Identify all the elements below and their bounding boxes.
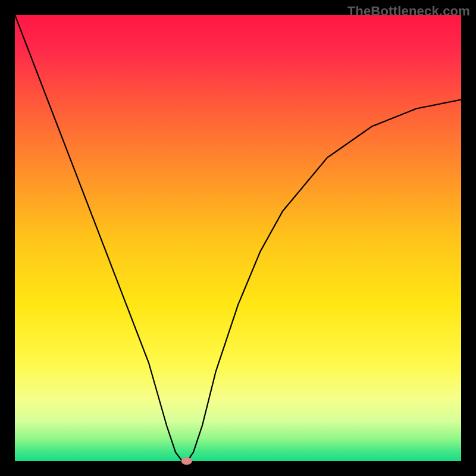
optimum-marker: [181, 458, 192, 465]
bottleneck-chart: [0, 0, 476, 476]
chart-frame: TheBottleneck.com: [0, 0, 476, 476]
plot-background: [15, 15, 461, 461]
watermark-text: TheBottleneck.com: [347, 4, 470, 19]
